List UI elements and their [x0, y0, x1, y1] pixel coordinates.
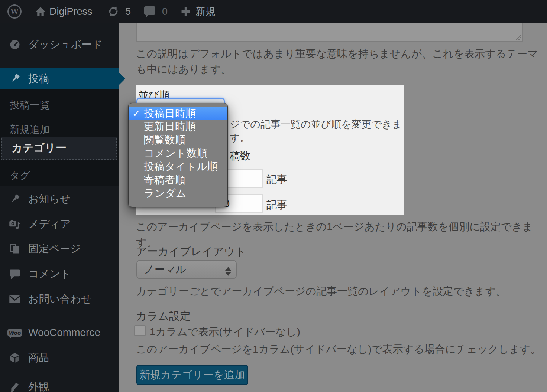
home-icon	[35, 6, 46, 17]
sort-order-hint-text: ジでの記事一覧の並び順を変更できます。	[230, 118, 404, 144]
wordpress-admin-screen: W DigiPress 5 0 新規	[0, 0, 547, 392]
dropdown-option[interactable]: コメント数順	[129, 147, 227, 160]
refresh-icon	[107, 6, 120, 17]
resize-handle-icon[interactable]	[516, 34, 521, 40]
sidebar-item-contact[interactable]: お問い合わせ	[0, 289, 119, 310]
sidebar-item-label: 商品	[28, 351, 49, 365]
select-stepper-icon	[225, 264, 231, 279]
admin-bar: W DigiPress 5 0 新規	[0, 0, 547, 23]
wordpress-logo-glyph: W	[7, 4, 22, 19]
dropdown-option[interactable]: 寄稿者順	[129, 173, 227, 187]
checkmark-icon: ✓	[132, 108, 140, 120]
sidebar-item-label: お知らせ	[28, 192, 71, 206]
updates-count: 5	[125, 0, 131, 23]
comment-bubble-icon	[144, 6, 155, 15]
pushpin-icon	[8, 193, 22, 205]
wordpress-logo-icon[interactable]: W	[7, 0, 22, 23]
posts-submenu: 投稿一覧 新規追加 カテゴリー タグ	[0, 89, 119, 186]
comments-icon[interactable]	[144, 0, 155, 22]
new-content-label[interactable]: 新規	[195, 0, 216, 23]
sidebar-item-pages[interactable]: 固定ページ	[0, 238, 119, 259]
description-help-text: この説明はデフォルトではあまり重要な意味を持ちませんが、これを表示するテーマも中…	[136, 46, 545, 77]
sidebar-item-appearance[interactable]: 外観	[0, 376, 119, 392]
envelope-icon	[8, 294, 22, 304]
dropdown-option-selected[interactable]: ✓ 投稿日時順	[129, 107, 227, 120]
submenu-item-add-new[interactable]: 新規追加	[0, 122, 119, 137]
brush-icon	[8, 381, 22, 392]
sidebar-item-comments[interactable]: コメント	[0, 264, 119, 284]
column-settings-label: カラム設定	[136, 309, 191, 324]
submenu-item-post-list[interactable]: 投稿一覧	[0, 97, 119, 113]
dropdown-option[interactable]: 閲覧数順	[129, 133, 227, 147]
sidebar-item-label: お問い合わせ	[28, 292, 92, 306]
sort-order-dropdown-popup: ✓ 投稿日時順 更新日時順 閲覧数順 コメント数順 投稿タイトル順 寄稿者順 ラ…	[128, 103, 228, 207]
unit-label: 記事	[266, 173, 287, 187]
admin-sidebar: ダッシュボード 投稿 投稿一覧 新規追加	[0, 23, 119, 392]
product-box-icon	[8, 352, 22, 364]
comment-icon	[8, 268, 22, 280]
media-icon	[8, 219, 22, 230]
sidebar-item-dashboard[interactable]: ダッシュボード	[0, 34, 119, 55]
sidebar-item-woocommerce[interactable]: Woo WooCommerce	[0, 322, 119, 343]
sidebar-item-label: 投稿	[28, 72, 49, 86]
single-column-checkbox[interactable]	[134, 325, 146, 336]
pages-icon	[8, 243, 22, 254]
updates-icon[interactable]	[107, 0, 120, 23]
woocommerce-icon: Woo	[8, 329, 22, 337]
sidebar-item-products[interactable]: 商品	[0, 347, 119, 368]
plus-icon	[181, 6, 191, 17]
archive-layout-selected-value: ノーマル	[144, 262, 186, 277]
column-settings-help-text: このアーカイブページを1カラム(サイドバーなし)で表示する場合にチェックします。	[136, 342, 545, 357]
dropdown-option[interactable]: 投稿タイトル順	[129, 160, 227, 173]
category-description-textarea[interactable]	[136, 23, 523, 42]
active-menu-arrow	[119, 72, 125, 85]
sidebar-item-label: 固定ページ	[28, 242, 81, 256]
add-category-button[interactable]: 新規カテゴリーを追加	[136, 365, 248, 385]
dropdown-option[interactable]: ランダム	[129, 187, 227, 200]
sidebar-item-label: コメント	[28, 267, 71, 281]
submenu-item-tags[interactable]: タグ	[0, 168, 119, 183]
posts-count-label: 稿数	[230, 149, 250, 163]
sidebar-item-posts[interactable]: 投稿	[0, 68, 119, 89]
dashboard-icon	[8, 39, 22, 50]
new-content-icon[interactable]	[181, 0, 191, 23]
comments-count: 0	[162, 0, 168, 23]
submenu-item-categories[interactable]: カテゴリー	[1, 137, 117, 160]
sidebar-item-label: WooCommerce	[28, 327, 100, 339]
single-column-checkbox-label: 1カラムで表示(サイドバーなし)	[150, 324, 300, 340]
archive-layout-select[interactable]: ノーマル	[136, 260, 237, 279]
pushpin-icon	[8, 73, 22, 84]
unit-label: 記事	[266, 198, 287, 212]
dropdown-option[interactable]: 更新日時順	[129, 120, 227, 133]
site-name-link[interactable]: DigiPress	[49, 0, 93, 23]
sidebar-item-label: メディア	[28, 217, 71, 231]
sidebar-item-label: ダッシュボード	[28, 37, 103, 52]
archive-layout-label: アーカイブレイアウト	[136, 244, 246, 259]
sidebar-item-media[interactable]: メディア	[0, 214, 119, 235]
sidebar-item-label: 外観	[28, 380, 49, 392]
sidebar-item-announcements[interactable]: お知らせ	[0, 189, 119, 209]
site-home-icon[interactable]	[35, 0, 46, 23]
archive-layout-help-text: カテゴリーごとでアーカイブページの記事一覧のレイアウトを設定できます。	[136, 284, 545, 299]
